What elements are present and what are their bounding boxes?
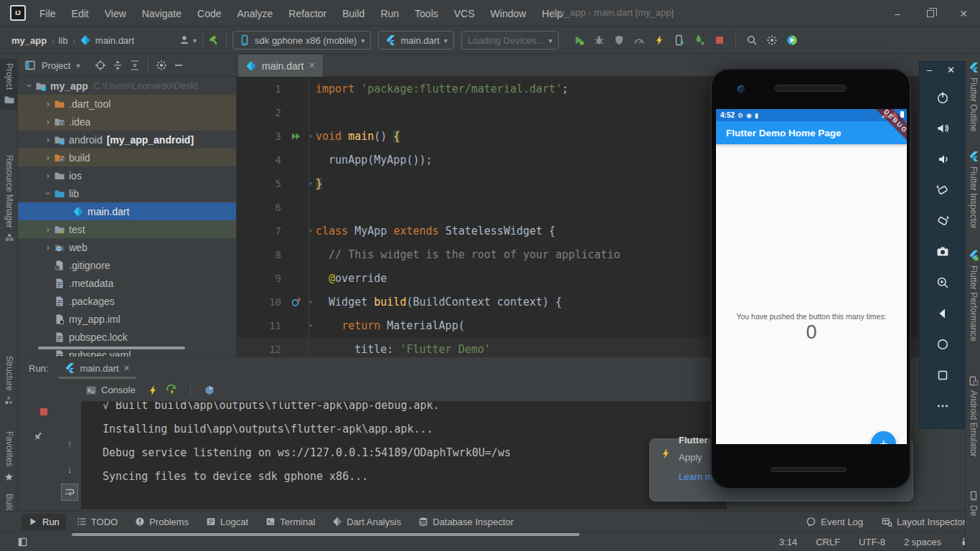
stop-button[interactable] xyxy=(710,31,730,50)
soft-wrap-button[interactable] xyxy=(61,484,78,501)
down-arrow-icon[interactable]: ↓ xyxy=(61,461,78,478)
open-devtools-button[interactable] xyxy=(204,385,215,396)
phone-screen[interactable]: 4:52 ⚙ ◉ ▮ Flutter Demo Home Page DEBUG … xyxy=(716,109,907,444)
stripe-flutter-outline[interactable]: Flutter Outline xyxy=(966,62,980,131)
menu-refactor[interactable]: Refactor xyxy=(282,5,333,22)
chevron-down-icon[interactable]: ▾ xyxy=(76,62,80,70)
build-hammer-button[interactable] xyxy=(209,34,220,46)
hot-restart-button[interactable] xyxy=(166,385,177,396)
hot-reload-button[interactable] xyxy=(147,385,159,396)
fold-marker-icon[interactable]: ▾ xyxy=(306,132,316,140)
search-everywhere-button[interactable] xyxy=(742,31,762,50)
emulator-more-button[interactable] xyxy=(936,399,950,413)
stop-button[interactable] xyxy=(38,406,50,418)
toolwindow-button-logcat[interactable]: Logcat xyxy=(199,514,255,530)
chevron-closed-icon[interactable]: › xyxy=(44,152,52,163)
user-icon[interactable] xyxy=(179,34,190,46)
settings-button[interactable] xyxy=(762,31,782,50)
stripe-resource-manager[interactable]: Resource Manager xyxy=(0,155,18,242)
tree-item-lib[interactable]: ›lib xyxy=(18,184,237,202)
emulator-volume-down-button[interactable] xyxy=(936,152,950,166)
emulator-rotate-right-button[interactable] xyxy=(936,214,950,228)
restore-button[interactable] xyxy=(914,0,947,27)
tree-item-my_app.iml[interactable]: my_app.iml xyxy=(18,310,237,328)
fold-marker-icon[interactable]: ▾ xyxy=(306,298,316,306)
stripe-project[interactable]: Project xyxy=(0,59,18,110)
breadcrumb-lib[interactable]: lib xyxy=(58,35,67,46)
chevron-closed-icon[interactable]: › xyxy=(44,170,52,181)
fold-marker-icon[interactable]: ▾ xyxy=(306,227,316,235)
run-config-selector[interactable]: main.dart ▾ xyxy=(378,31,453,50)
coverage-button[interactable] xyxy=(609,31,629,50)
emulator-rotate-left-button[interactable] xyxy=(936,183,950,197)
emulator-volume-up-button[interactable] xyxy=(936,121,950,136)
tree-item-test[interactable]: ›test xyxy=(18,220,237,238)
toolwindow-button-todo[interactable]: TODO xyxy=(70,514,124,530)
hot-reload-button[interactable] xyxy=(649,31,669,50)
menu-window[interactable]: Window xyxy=(484,5,533,22)
menu-navigate[interactable]: Navigate xyxy=(136,5,188,22)
breadcrumb-project[interactable]: my_app xyxy=(11,35,47,46)
device-manager-sphere-button[interactable] xyxy=(782,31,802,50)
hot-restart-button[interactable] xyxy=(669,31,689,50)
fab-add-button[interactable]: + xyxy=(871,431,896,444)
pin-icon[interactable] xyxy=(29,428,47,445)
stripe-structure[interactable]: Structure xyxy=(0,356,18,405)
tree-item-main.dart[interactable]: main.dart xyxy=(18,202,237,220)
tree-item-pubspec.lock[interactable]: pubspec.lock xyxy=(18,328,237,346)
tree-item-web[interactable]: ›web xyxy=(18,238,237,256)
minimize-button[interactable]: – xyxy=(881,0,914,27)
run-arrows-gutter-icon[interactable] xyxy=(287,131,306,142)
attach-debugger-button[interactable] xyxy=(689,31,710,50)
chevron-open-icon[interactable]: › xyxy=(43,189,54,198)
tree-item-my_app[interactable]: ›my_appC:\Users\Leonardo\Deskt xyxy=(18,77,237,95)
console-horizontal-scrollbar[interactable] xyxy=(72,533,580,536)
emulator-home-button[interactable] xyxy=(936,337,950,352)
collapse-all-button[interactable] xyxy=(129,60,141,71)
hide-panel-button[interactable] xyxy=(173,60,184,71)
breadcrumb-file[interactable]: main.dart xyxy=(95,35,134,46)
up-arrow-icon[interactable]: ↑ xyxy=(61,435,78,452)
stripe-favorites[interactable]: Favorites ★ xyxy=(0,431,18,484)
project-settings-button[interactable] xyxy=(156,60,167,71)
close-tab-icon[interactable]: ✕ xyxy=(308,61,315,70)
device-selector[interactable]: sdk gphone x86 (mobile) ▾ xyxy=(232,31,371,50)
chevron-closed-icon[interactable]: › xyxy=(44,98,52,109)
project-horizontal-scrollbar[interactable] xyxy=(38,347,185,349)
select-opened-file-button[interactable] xyxy=(95,60,106,71)
menu-run[interactable]: Run xyxy=(374,5,405,22)
chevron-closed-icon[interactable]: › xyxy=(44,116,52,127)
menu-vcs[interactable]: VCS xyxy=(448,5,481,22)
menu-edit[interactable]: Edit xyxy=(65,5,95,22)
stripe-flutter-inspector[interactable]: Flutter Inspector xyxy=(966,151,980,229)
file-encoding[interactable]: UTF-8 xyxy=(859,537,885,547)
indent-setting[interactable]: 2 spaces xyxy=(904,537,941,547)
run-console[interactable]: √ Built build\app\outputs\flutter-apk\ap… xyxy=(81,402,727,509)
toolwindow-button-terminal[interactable]: Terminal xyxy=(259,514,321,530)
expand-all-button[interactable] xyxy=(112,60,123,71)
override-gutter-icon[interactable] xyxy=(287,296,306,308)
tree-item-.gitignore[interactable]: .gitignore xyxy=(18,256,237,274)
emulator-overview-button[interactable] xyxy=(936,368,950,382)
tree-item-.dart_tool[interactable]: ›.dart_tool xyxy=(18,95,237,113)
chevron-closed-icon[interactable]: › xyxy=(44,134,52,145)
toolwindow-button-dart-analysis[interactable]: Dart Analysis xyxy=(326,514,407,530)
run-tab-main-dart[interactable]: main.dart ✕ xyxy=(58,357,135,379)
emulator-minimize-button[interactable]: – xyxy=(927,65,932,75)
stripe-device-explorer[interactable]: De xyxy=(966,491,980,516)
menu-build[interactable]: Build xyxy=(336,5,371,22)
emulator-close-button[interactable]: ✕ xyxy=(947,65,955,75)
chevron-open-icon[interactable]: › xyxy=(24,82,35,90)
project-header-title[interactable]: Project xyxy=(42,60,70,71)
emulator-power-button[interactable] xyxy=(936,90,950,105)
menu-file[interactable]: File xyxy=(33,5,62,22)
menu-code[interactable]: Code xyxy=(191,5,227,22)
caret-position[interactable]: 3:14 xyxy=(779,537,797,547)
toolwindow-button-problems[interactable]: Problems xyxy=(128,514,195,530)
menu-tools[interactable]: Tools xyxy=(408,5,445,22)
toolwindow-button-layout-inspector[interactable]: Layout Inspector xyxy=(880,514,967,530)
close-tab-icon[interactable]: ✕ xyxy=(123,364,130,373)
tree-item-android[interactable]: ›android[my_app_android] xyxy=(18,131,237,149)
tree-item-.metadata[interactable]: .metadata xyxy=(18,274,237,292)
fold-marker-icon[interactable]: ▾ xyxy=(306,321,316,329)
